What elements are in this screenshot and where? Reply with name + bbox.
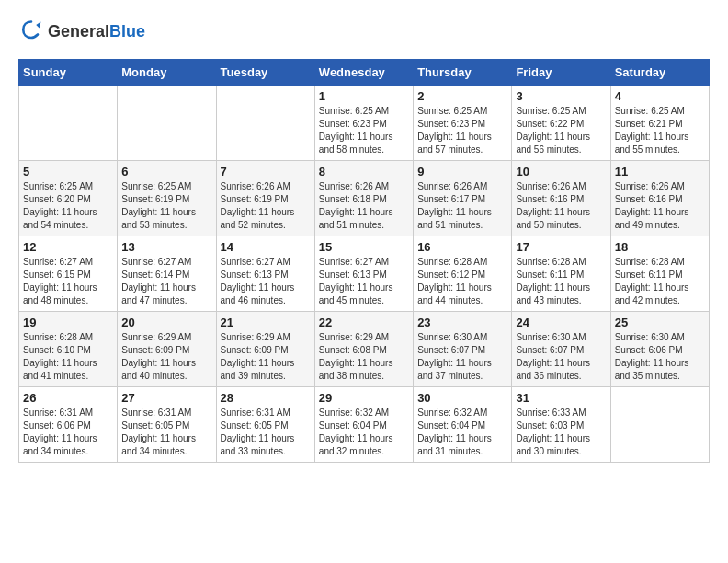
day-number: 18 [615, 240, 705, 254]
day-info: Sunrise: 6:25 AM Sunset: 6:22 PM Dayligh… [516, 105, 606, 156]
calendar-day-cell: 30Sunrise: 6:32 AM Sunset: 6:04 PM Dayli… [414, 387, 512, 463]
day-info: Sunrise: 6:26 AM Sunset: 6:19 PM Dayligh… [221, 180, 311, 232]
day-info: Sunrise: 6:26 AM Sunset: 6:16 PM Dayligh… [615, 180, 705, 232]
calendar-day-cell: 16Sunrise: 6:28 AM Sunset: 6:12 PM Dayli… [414, 236, 512, 312]
day-info: Sunrise: 6:27 AM Sunset: 6:13 PM Dayligh… [221, 256, 311, 307]
day-number: 5 [23, 165, 113, 178]
day-number: 21 [221, 316, 311, 329]
day-of-week-header: Wednesday [314, 60, 413, 86]
calendar-day-cell: 9Sunrise: 6:26 AM Sunset: 6:17 PM Daylig… [414, 161, 512, 236]
day-number: 11 [615, 165, 705, 178]
day-number: 28 [221, 391, 311, 405]
day-number: 7 [221, 165, 311, 178]
calendar-day-cell: 15Sunrise: 6:27 AM Sunset: 6:13 PM Dayli… [314, 236, 413, 312]
calendar-day-cell: 8Sunrise: 6:26 AM Sunset: 6:18 PM Daylig… [314, 161, 413, 236]
calendar-day-cell: 12Sunrise: 6:27 AM Sunset: 6:15 PM Dayli… [19, 236, 118, 312]
logo-icon [18, 18, 44, 44]
day-info: Sunrise: 6:29 AM Sunset: 6:08 PM Dayligh… [319, 331, 409, 383]
calendar-day-cell [19, 86, 118, 161]
day-number: 13 [121, 240, 211, 254]
day-info: Sunrise: 6:27 AM Sunset: 6:14 PM Dayligh… [121, 256, 211, 307]
calendar-day-cell [118, 86, 216, 161]
day-info: Sunrise: 6:25 AM Sunset: 6:20 PM Dayligh… [23, 180, 113, 232]
day-info: Sunrise: 6:26 AM Sunset: 6:16 PM Dayligh… [516, 180, 606, 232]
calendar-table: SundayMondayTuesdayWednesdayThursdayFrid… [18, 59, 710, 463]
calendar-day-cell: 29Sunrise: 6:32 AM Sunset: 6:04 PM Dayli… [314, 387, 413, 463]
page-header: GeneralBlue [18, 18, 710, 44]
day-number: 8 [319, 165, 409, 178]
day-info: Sunrise: 6:30 AM Sunset: 6:07 PM Dayligh… [417, 331, 507, 383]
day-info: Sunrise: 6:26 AM Sunset: 6:17 PM Dayligh… [417, 180, 507, 232]
day-of-week-header: Monday [118, 60, 216, 86]
day-number: 20 [121, 316, 211, 329]
calendar-day-cell [216, 86, 314, 161]
calendar-day-cell: 14Sunrise: 6:27 AM Sunset: 6:13 PM Dayli… [216, 236, 314, 312]
day-of-week-header: Tuesday [216, 60, 314, 86]
calendar-day-cell: 2Sunrise: 6:25 AM Sunset: 6:23 PM Daylig… [414, 86, 512, 161]
day-info: Sunrise: 6:31 AM Sunset: 6:05 PM Dayligh… [121, 407, 211, 458]
day-number: 24 [516, 316, 606, 329]
calendar-day-cell: 25Sunrise: 6:30 AM Sunset: 6:06 PM Dayli… [610, 312, 709, 387]
day-info: Sunrise: 6:29 AM Sunset: 6:09 PM Dayligh… [221, 331, 311, 383]
day-info: Sunrise: 6:31 AM Sunset: 6:05 PM Dayligh… [221, 407, 311, 458]
day-info: Sunrise: 6:29 AM Sunset: 6:09 PM Dayligh… [121, 331, 211, 383]
calendar-day-cell: 23Sunrise: 6:30 AM Sunset: 6:07 PM Dayli… [414, 312, 512, 387]
calendar-day-cell: 22Sunrise: 6:29 AM Sunset: 6:08 PM Dayli… [314, 312, 413, 387]
day-info: Sunrise: 6:31 AM Sunset: 6:06 PM Dayligh… [23, 407, 113, 458]
day-number: 2 [417, 89, 507, 103]
day-number: 25 [615, 316, 705, 329]
day-number: 27 [121, 391, 211, 405]
day-info: Sunrise: 6:33 AM Sunset: 6:03 PM Dayligh… [516, 407, 606, 458]
day-info: Sunrise: 6:27 AM Sunset: 6:13 PM Dayligh… [319, 256, 409, 307]
calendar-week-row: 26Sunrise: 6:31 AM Sunset: 6:06 PM Dayli… [19, 387, 710, 463]
day-of-week-header: Saturday [610, 60, 709, 86]
day-number: 19 [23, 316, 113, 329]
day-number: 3 [516, 89, 606, 103]
day-info: Sunrise: 6:28 AM Sunset: 6:12 PM Dayligh… [417, 256, 507, 307]
day-number: 10 [516, 165, 606, 178]
calendar-week-row: 12Sunrise: 6:27 AM Sunset: 6:15 PM Dayli… [19, 236, 710, 312]
day-number: 23 [417, 316, 507, 329]
calendar-day-cell: 26Sunrise: 6:31 AM Sunset: 6:06 PM Dayli… [19, 387, 118, 463]
day-number: 16 [417, 240, 507, 254]
day-number: 9 [417, 165, 507, 178]
day-info: Sunrise: 6:26 AM Sunset: 6:18 PM Dayligh… [319, 180, 409, 232]
day-info: Sunrise: 6:30 AM Sunset: 6:06 PM Dayligh… [615, 331, 705, 383]
day-number: 14 [221, 240, 311, 254]
day-info: Sunrise: 6:25 AM Sunset: 6:23 PM Dayligh… [319, 105, 409, 156]
calendar-week-row: 5Sunrise: 6:25 AM Sunset: 6:20 PM Daylig… [19, 161, 710, 236]
calendar-day-cell: 28Sunrise: 6:31 AM Sunset: 6:05 PM Dayli… [216, 387, 314, 463]
day-info: Sunrise: 6:25 AM Sunset: 6:19 PM Dayligh… [121, 180, 211, 232]
calendar-week-row: 1Sunrise: 6:25 AM Sunset: 6:23 PM Daylig… [19, 86, 710, 161]
calendar-week-row: 19Sunrise: 6:28 AM Sunset: 6:10 PM Dayli… [19, 312, 710, 387]
day-info: Sunrise: 6:32 AM Sunset: 6:04 PM Dayligh… [319, 407, 409, 458]
day-number: 15 [319, 240, 409, 254]
day-number: 30 [417, 391, 507, 405]
calendar-day-cell: 18Sunrise: 6:28 AM Sunset: 6:11 PM Dayli… [610, 236, 709, 312]
calendar-day-cell: 4Sunrise: 6:25 AM Sunset: 6:21 PM Daylig… [610, 86, 709, 161]
day-of-week-header: Thursday [414, 60, 512, 86]
day-number: 29 [319, 391, 409, 405]
calendar-day-cell: 24Sunrise: 6:30 AM Sunset: 6:07 PM Dayli… [512, 312, 610, 387]
day-info: Sunrise: 6:28 AM Sunset: 6:10 PM Dayligh… [23, 331, 113, 383]
day-number: 1 [319, 89, 409, 103]
calendar-day-cell: 19Sunrise: 6:28 AM Sunset: 6:10 PM Dayli… [19, 312, 118, 387]
day-info: Sunrise: 6:28 AM Sunset: 6:11 PM Dayligh… [516, 256, 606, 307]
calendar-day-cell: 6Sunrise: 6:25 AM Sunset: 6:19 PM Daylig… [118, 161, 216, 236]
day-info: Sunrise: 6:30 AM Sunset: 6:07 PM Dayligh… [516, 331, 606, 383]
calendar-day-cell: 31Sunrise: 6:33 AM Sunset: 6:03 PM Dayli… [512, 387, 610, 463]
day-number: 17 [516, 240, 606, 254]
day-info: Sunrise: 6:28 AM Sunset: 6:11 PM Dayligh… [615, 256, 705, 307]
day-number: 12 [23, 240, 113, 254]
day-number: 31 [516, 391, 606, 405]
calendar-day-cell: 5Sunrise: 6:25 AM Sunset: 6:20 PM Daylig… [19, 161, 118, 236]
day-info: Sunrise: 6:25 AM Sunset: 6:21 PM Dayligh… [615, 105, 705, 156]
calendar-day-cell: 10Sunrise: 6:26 AM Sunset: 6:16 PM Dayli… [512, 161, 610, 236]
calendar-day-cell [610, 387, 709, 463]
calendar-day-cell: 21Sunrise: 6:29 AM Sunset: 6:09 PM Dayli… [216, 312, 314, 387]
day-of-week-header: Sunday [19, 60, 118, 86]
logo: GeneralBlue [18, 18, 145, 44]
calendar-day-cell: 11Sunrise: 6:26 AM Sunset: 6:16 PM Dayli… [610, 161, 709, 236]
day-number: 4 [615, 89, 705, 103]
day-number: 22 [319, 316, 409, 329]
